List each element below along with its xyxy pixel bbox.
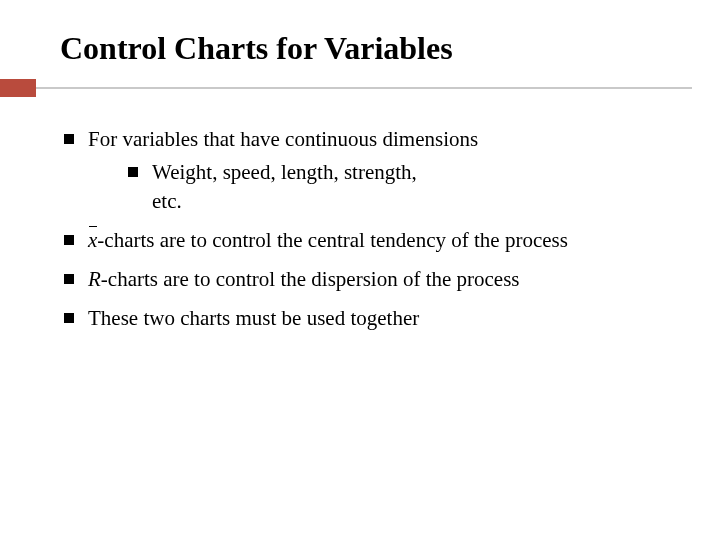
slide-content: For variables that have continuous dimen… — [60, 125, 680, 333]
bullet-text: For variables that have continuous dimen… — [88, 127, 478, 151]
slide: Control Charts for Variables For variabl… — [0, 0, 720, 540]
bullet-item: R-charts are to control the dispersion o… — [60, 265, 680, 294]
bullet-item: x-charts are to control the central tend… — [60, 226, 680, 255]
sub-bullet-item: Weight, speed, length, strength, etc. — [124, 158, 424, 216]
bullet-item: For variables that have continuous dimen… — [60, 125, 680, 216]
slide-title: Control Charts for Variables — [60, 30, 720, 67]
bullet-text: -charts are to control the central tende… — [97, 228, 568, 252]
bullet-item: These two charts must be used together — [60, 304, 680, 333]
bullet-list: For variables that have continuous dimen… — [60, 125, 680, 333]
r-symbol: R — [88, 267, 101, 291]
sub-bullet-list: Weight, speed, length, strength, etc. — [88, 158, 680, 216]
accent-block — [0, 79, 36, 97]
sub-bullet-text: Weight, speed, length, strength, etc. — [152, 160, 417, 213]
bullet-text: These two charts must be used together — [88, 306, 419, 330]
bullet-text: -charts are to control the dispersion of… — [101, 267, 520, 291]
title-divider — [0, 73, 720, 97]
xbar-symbol: x — [88, 226, 97, 255]
divider-line — [36, 87, 692, 89]
